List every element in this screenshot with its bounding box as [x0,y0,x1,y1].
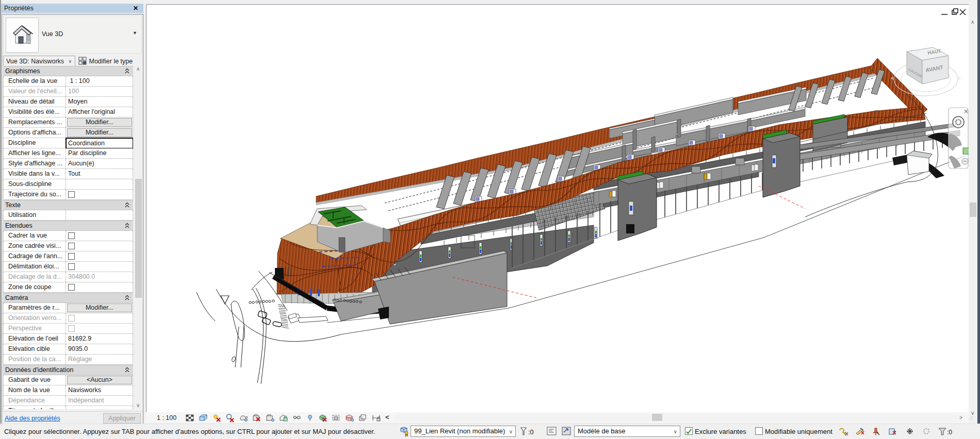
svg-text::0: :0 [947,429,952,436]
svg-text::0: :0 [528,428,534,436]
